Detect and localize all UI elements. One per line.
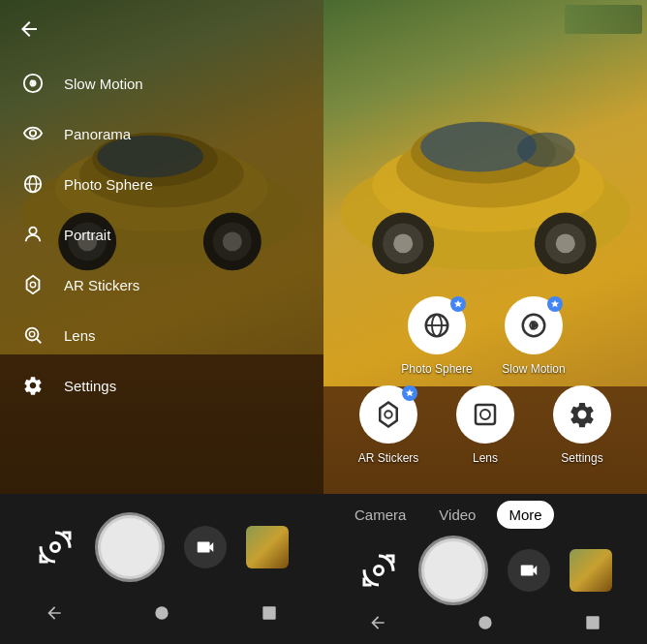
menu-item-photo-sphere[interactable]: Photo Sphere (10, 159, 163, 209)
svg-point-36 (556, 233, 575, 253)
portrait-icon (19, 221, 46, 248)
camera-controls-left (0, 494, 324, 591)
mode-label-settings: Settings (561, 451, 602, 465)
shutter-inner (101, 518, 159, 576)
photo-sphere-circle (408, 296, 466, 354)
recents-nav-button-right[interactable] (578, 608, 607, 637)
menu-label-lens: Lens (64, 327, 96, 344)
nav-bar-right (324, 606, 647, 644)
svg-rect-48 (587, 616, 600, 629)
mode-item-slow-motion[interactable]: Slow Motion (485, 296, 582, 376)
menu-item-lens[interactable]: Lens (10, 310, 163, 360)
tab-camera[interactable]: Camera (343, 501, 417, 529)
lens-circle (456, 385, 514, 444)
shutter-button[interactable] (95, 512, 165, 582)
svg-point-23 (155, 606, 168, 619)
settings-icon (19, 372, 46, 399)
menu-label-photo-sphere: Photo Sphere (64, 176, 153, 193)
camera-mode-menu: Slow Motion Panorama Photo Sphere Portra… (10, 58, 163, 411)
menu-label-portrait: Portrait (64, 227, 110, 243)
mode-label-ar-stickers: AR Stickers (358, 451, 419, 465)
menu-item-settings[interactable]: Settings (10, 360, 163, 411)
tab-video[interactable]: Video (427, 501, 487, 529)
lens-icon (19, 322, 46, 349)
svg-point-33 (393, 233, 413, 253)
nav-bar-left (0, 591, 324, 639)
bottom-bar-left (0, 494, 324, 644)
mode-label-slow-motion: Slow Motion (502, 362, 565, 376)
panorama-icon (19, 120, 46, 147)
svg-point-22 (51, 543, 60, 552)
thumbnail-image-right (570, 549, 612, 592)
slow-motion-circle (505, 296, 563, 354)
photo-sphere-badge (450, 296, 466, 312)
menu-label-ar-stickers: AR Stickers (64, 277, 139, 293)
mode-row-2: AR Stickers Lens Settings (333, 385, 637, 465)
svg-point-16 (29, 228, 36, 234)
menu-item-slow-motion[interactable]: Slow Motion (10, 58, 163, 108)
mode-item-ar-stickers[interactable]: AR Stickers (340, 385, 437, 465)
rotate-camera-button[interactable] (35, 527, 76, 567)
svg-point-19 (26, 328, 39, 341)
home-nav-button[interactable] (147, 598, 176, 628)
back-nav-button-right[interactable] (363, 608, 392, 637)
menu-item-ar-stickers[interactable]: AR Stickers (10, 260, 163, 310)
menu-label-slow-motion: Slow Motion (64, 76, 143, 92)
ar-stickers-icon (19, 271, 46, 298)
camera-controls-right (324, 536, 647, 606)
rotate-camera-button-right[interactable] (358, 550, 399, 591)
tab-more[interactable]: More (497, 501, 553, 529)
gallery-thumbnail[interactable] (246, 526, 289, 568)
back-nav-button[interactable] (40, 598, 69, 628)
home-nav-button-right[interactable] (471, 608, 500, 637)
mode-label-photo-sphere: Photo Sphere (401, 362, 472, 376)
menu-item-portrait[interactable]: Portrait (10, 209, 163, 260)
svg-point-30 (517, 133, 575, 168)
back-button[interactable] (17, 17, 41, 46)
video-mode-button-right[interactable] (508, 549, 550, 592)
menu-item-panorama[interactable]: Panorama (10, 108, 163, 159)
settings-circle (553, 385, 611, 444)
mode-row-1: Photo Sphere Slow Motion (333, 296, 637, 376)
ar-stickers-circle (359, 385, 417, 444)
slow-motion-badge (547, 296, 563, 312)
svg-rect-44 (476, 405, 495, 424)
svg-marker-42 (380, 403, 397, 427)
mode-item-photo-sphere[interactable]: Photo Sphere (388, 296, 485, 376)
tab-bar: Camera Video More (324, 494, 647, 536)
svg-point-47 (478, 616, 491, 629)
svg-marker-17 (27, 276, 40, 293)
svg-point-43 (385, 411, 392, 418)
mode-label-lens: Lens (473, 451, 498, 465)
svg-point-46 (375, 567, 384, 575)
svg-point-45 (480, 410, 490, 419)
shutter-inner-right (424, 541, 482, 599)
shutter-button-right[interactable] (418, 536, 488, 605)
mode-item-settings[interactable]: Settings (534, 385, 631, 465)
mode-overlay: Photo Sphere Slow Motion (324, 277, 647, 494)
svg-point-18 (30, 282, 36, 288)
svg-line-21 (37, 339, 42, 344)
ar-stickers-badge (402, 385, 417, 401)
menu-label-settings: Settings (64, 378, 116, 394)
svg-rect-24 (263, 606, 276, 619)
thumbnail-image (246, 526, 289, 568)
recents-nav-button[interactable] (255, 598, 284, 628)
svg-point-20 (29, 331, 34, 337)
gallery-thumbnail-right[interactable] (570, 549, 612, 592)
mode-item-lens[interactable]: Lens (437, 385, 534, 465)
video-mode-button[interactable] (184, 526, 227, 568)
slow-motion-icon (19, 70, 46, 97)
right-panel: Photo Sphere Slow Motion (324, 0, 647, 644)
photo-sphere-icon (19, 170, 46, 198)
bottom-bar-right: Camera Video More (324, 494, 647, 644)
menu-label-panorama: Panorama (64, 126, 131, 142)
left-panel: Slow Motion Panorama Photo Sphere Portra… (0, 0, 324, 644)
